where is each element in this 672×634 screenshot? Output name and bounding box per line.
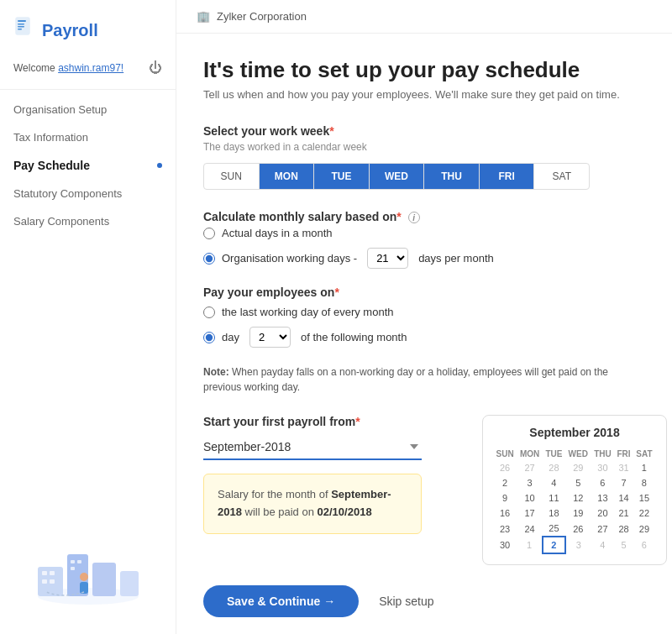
calendar-cell: 9 [493, 490, 517, 506]
calendar-cell: 20 [591, 506, 615, 521]
salary-basis-radio-group: Actual days in a month Organisation work… [203, 227, 645, 269]
calendar-cell: 1 [517, 537, 543, 553]
week-day-sat[interactable]: SAT [534, 164, 589, 189]
calendar-cell: 11 [543, 490, 565, 506]
last-working-day-radio[interactable] [203, 307, 215, 318]
cal-header-sun: SUN [493, 448, 517, 460]
work-week-section: Select your work week* The days worked i… [203, 124, 645, 190]
top-bar: 🏢 Zylker Corporation [176, 0, 672, 34]
company-icon: 🏢 [197, 10, 210, 23]
svg-rect-10 [42, 571, 47, 575]
payroll-start-section: Start your first payroll from* September… [203, 415, 645, 565]
working-days-select[interactable]: 21202223 [367, 248, 408, 269]
actual-days-radio[interactable] [203, 228, 215, 239]
last-working-day-option[interactable]: the last working day of every month [203, 306, 645, 318]
cal-header-tue: TUE [543, 448, 565, 460]
pay-employees-radio-group: the last working day of every month day … [203, 306, 645, 348]
save-continue-button[interactable]: Save & Continue → [203, 585, 359, 617]
page-subtitle: Tell us when and how you pay your employ… [203, 88, 645, 101]
cal-header-thu: THU [591, 448, 615, 460]
week-day-wed[interactable]: WED [370, 164, 425, 189]
svg-rect-3 [18, 26, 24, 28]
calculate-salary-section: Calculate monthly salary based on* i Act… [203, 210, 645, 269]
calendar-row: 30123456 [493, 537, 655, 553]
calendar-cell: 18 [543, 506, 565, 521]
sidebar-item-salary-components[interactable]: Salary Components [0, 208, 176, 234]
calendar-cell: 29 [565, 460, 591, 475]
week-day-sun[interactable]: SUN [204, 164, 260, 189]
calendar-cell: 6 [591, 475, 615, 490]
calendar-cell: 30 [591, 460, 615, 475]
specific-day-option[interactable]: day 213510 of the following month [203, 327, 645, 348]
payroll-start-label: Start your first payroll from* [203, 415, 455, 428]
calendar-cell: 25 [543, 521, 565, 537]
calendar-cell: 10 [517, 490, 543, 506]
calendar-cell: 4 [591, 537, 615, 553]
sidebar-item-pay-schedule[interactable]: Pay Schedule [0, 152, 176, 179]
calendar-cell: 19 [565, 506, 591, 521]
welcome-text: Welcome [13, 62, 58, 74]
salary-note-date: 02/10/2018 [318, 506, 372, 518]
pay-employees-section: Pay your employees on* the last working … [203, 286, 645, 348]
sidebar-app-name: Payroll [42, 21, 98, 40]
week-day-mon[interactable]: MON [260, 164, 315, 189]
actual-days-label: Actual days in a month [222, 227, 333, 239]
payroll-start-select[interactable]: September-2018 October-2018 November-201… [203, 435, 422, 460]
calendar-cell: 4 [543, 475, 565, 490]
work-week-grid: SUNMONTUEWEDTHUFRISAT [203, 163, 590, 190]
specific-day-radio[interactable] [203, 332, 215, 343]
sidebar-item-org-setup[interactable]: Organisation Setup [0, 97, 176, 123]
week-day-fri[interactable]: FRI [480, 164, 535, 189]
calendar-row: 16171819202122 [493, 506, 655, 521]
calendar-row: 2345678 [493, 475, 655, 490]
org-working-days-radio[interactable] [203, 253, 215, 265]
sidebar-logo: Payroll [0, 17, 176, 60]
svg-rect-4 [18, 29, 22, 30]
following-month-label: of the following month [301, 331, 407, 343]
username-link[interactable]: ashwin.ram97! [58, 62, 123, 74]
sidebar-item-statutory[interactable]: Statutory Components [0, 181, 176, 207]
calendar-cell: 31 [614, 460, 633, 475]
calendar-cell: 30 [493, 537, 517, 553]
calendar-grid: SUNMONTUEWEDTHUFRISAT 262728293031123456… [493, 448, 656, 554]
week-day-tue[interactable]: TUE [314, 164, 370, 189]
info-icon[interactable]: i [408, 212, 420, 223]
svg-rect-8 [92, 563, 116, 596]
cal-header-fri: FRI [614, 448, 633, 460]
calendar-cell: 24 [517, 521, 543, 537]
calendar-cell: 23 [493, 521, 517, 537]
calendar-cell: 13 [591, 490, 615, 506]
calendar-cell: 2 [493, 475, 517, 490]
svg-rect-11 [50, 571, 55, 575]
day-select[interactable]: 213510 [249, 327, 291, 348]
calendar-cell: 28 [543, 460, 565, 475]
salary-note-suffix: will be paid on [242, 506, 318, 518]
cal-header-mon: MON [517, 448, 543, 460]
logout-icon[interactable]: ⏻ [149, 60, 162, 76]
calendar-cell: 22 [633, 506, 655, 521]
actual-days-option[interactable]: Actual days in a month [203, 227, 645, 239]
calendar-cell: 2 [543, 537, 565, 553]
calendar-cell: 27 [591, 521, 615, 537]
calendar: September 2018 SUNMONTUEWEDTHUFRISAT 262… [482, 415, 667, 565]
calendar-title: September 2018 [493, 426, 656, 439]
calendar-cell: 3 [517, 475, 543, 490]
calendar-cell: 26 [565, 521, 591, 537]
svg-point-17 [80, 573, 88, 581]
calendar-cell: 3 [565, 537, 591, 553]
calendar-row: 9101112131415 [493, 490, 655, 506]
sidebar-item-tax-info[interactable]: Tax Information [0, 124, 176, 150]
week-day-thu[interactable]: THU [424, 164, 480, 189]
org-working-days-option[interactable]: Organisation working days - 21202223 day… [203, 248, 645, 269]
sidebar-nav: Organisation SetupTax InformationPay Sch… [0, 97, 176, 234]
svg-rect-9 [120, 571, 139, 596]
main-content: 🏢 Zylker Corporation It's time to set up… [176, 0, 672, 634]
days-per-month-label: days per month [418, 252, 494, 265]
skip-setup-button[interactable]: Skip setup [379, 595, 433, 608]
last-working-day-label: the last working day of every month [222, 306, 394, 318]
svg-rect-15 [77, 560, 81, 563]
calendar-cell: 15 [633, 490, 655, 506]
svg-rect-16 [71, 567, 75, 570]
note-prefix: Note: [203, 366, 232, 378]
calendar-cell: 27 [517, 460, 543, 475]
